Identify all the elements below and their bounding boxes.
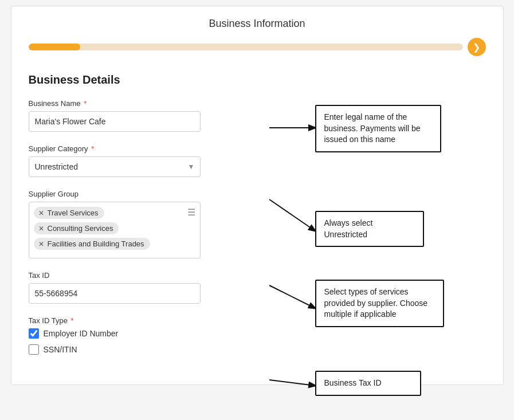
next-button[interactable]: ❯ [468, 38, 486, 56]
tax-id-type-label: Tax ID Type * [29, 316, 269, 325]
progress-track [29, 44, 463, 50]
content-area: Business Name * Supplier Category * Unre… [29, 99, 486, 367]
supplier-category-select[interactable]: Unrestricted Restricted [29, 156, 201, 177]
business-name-label: Business Name * [29, 99, 269, 108]
progress-bar-area: ❯ [29, 38, 486, 56]
supplier-group-multiselect[interactable]: ☰ ✕ Travel Services ✕ Consulting Service… [29, 202, 201, 258]
list-icon[interactable]: ☰ [187, 207, 195, 218]
annotation-business-name: Enter legal name of the business. Paymen… [315, 105, 441, 152]
tag-remove-travel[interactable]: ✕ [38, 209, 44, 217]
tag-remove-consulting[interactable]: ✕ [38, 225, 44, 233]
svg-line-2 [269, 285, 315, 308]
tax-id-type-group: Tax ID Type * Employer ID Number SSN/ITI… [29, 316, 269, 355]
checkbox-ein[interactable] [29, 328, 39, 339]
page-title: Business Information [29, 18, 486, 30]
progress-fill [29, 44, 81, 50]
tag-remove-facilities[interactable]: ✕ [38, 240, 44, 248]
required-star-2: * [89, 144, 95, 153]
annotation-supplier-group: Select types of services provided by sup… [315, 280, 444, 327]
section-title: Business Details [29, 73, 486, 87]
svg-line-3 [269, 380, 315, 386]
tag-consulting: ✕ Consulting Services [34, 222, 119, 234]
tax-id-group: Tax ID [29, 271, 269, 304]
supplier-category-label: Supplier Category * [29, 144, 269, 153]
tax-id-input[interactable] [29, 283, 201, 304]
supplier-category-group: Supplier Category * Unrestricted Restric… [29, 144, 269, 177]
checkbox-ein-label: Employer ID Number [44, 329, 119, 338]
required-star-3: * [69, 316, 74, 325]
tag-facilities: ✕ Facilities and Building Trades [34, 238, 150, 250]
checkbox-ein-item[interactable]: Employer ID Number [29, 328, 269, 339]
annotations-area: Enter legal name of the business. Paymen… [269, 99, 486, 367]
checkbox-ssn-item[interactable]: SSN/ITIN [29, 344, 269, 355]
annotation-supplier-category: Always select Unrestricted [315, 211, 424, 247]
tax-id-label: Tax ID [29, 271, 269, 280]
business-name-input[interactable] [29, 111, 201, 132]
supplier-group-group: Supplier Group ☰ ✕ Travel Services ✕ Con… [29, 190, 269, 258]
next-icon: ❯ [473, 42, 480, 53]
supplier-group-label: Supplier Group [29, 190, 269, 198]
required-star: * [82, 99, 87, 108]
tax-id-type-checkboxes: Employer ID Number SSN/ITIN [29, 328, 269, 355]
business-name-group: Business Name * [29, 99, 269, 132]
checkbox-ssn[interactable] [29, 344, 39, 355]
checkbox-ssn-label: SSN/ITIN [44, 345, 77, 354]
svg-line-1 [269, 199, 315, 231]
tag-travel: ✕ Travel Services [34, 207, 104, 219]
page-container: Business Information ❯ Business Details … [11, 6, 504, 385]
supplier-category-select-wrapper: Unrestricted Restricted ▼ [29, 156, 201, 177]
annotation-tax-id: Business Tax ID [315, 371, 421, 396]
form-left: Business Name * Supplier Category * Unre… [29, 99, 269, 367]
